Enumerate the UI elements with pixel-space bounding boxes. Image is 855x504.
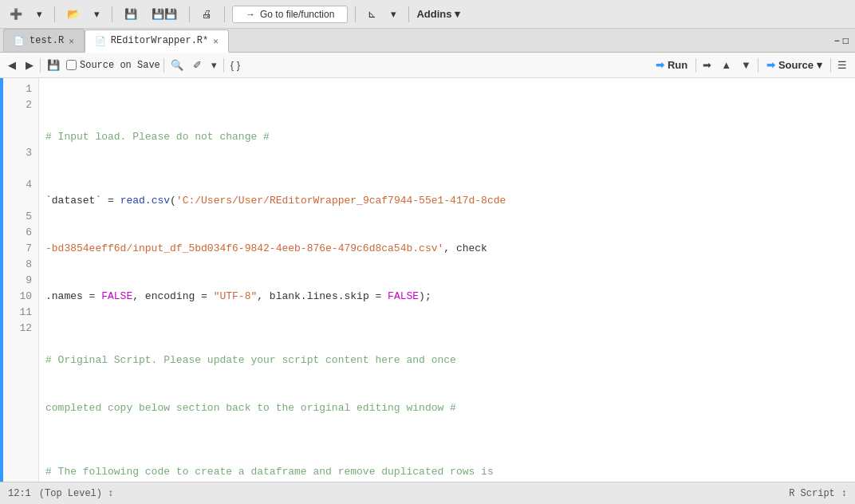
line-num-3b: [10, 161, 32, 177]
tab-r-icon-1: 📄: [14, 36, 25, 46]
grid-view-button[interactable]: ⊾: [363, 6, 381, 22]
tab-maximize-controls: − □: [834, 35, 855, 46]
line-num-1: 1: [10, 81, 32, 97]
addins-dropdown-icon: ▾: [455, 8, 460, 20]
run-button[interactable]: ➡ Run: [651, 57, 692, 73]
new-file-button[interactable]: ➕: [5, 6, 27, 22]
etb-separator-4: [695, 58, 696, 73]
code-line-2c: .names = FALSE, encoding = "UTF-8", blan…: [45, 289, 849, 305]
line-num-5: 5: [10, 209, 32, 225]
code-line-1: # Input load. Please do not change #: [45, 129, 849, 145]
editor-area: 1 2 3 4 5 6 7 8 9 10 11 12 # Input load.…: [0, 78, 855, 482]
line-num-7: 7: [10, 241, 32, 257]
code-level[interactable]: (Top Level) ↕: [39, 488, 114, 499]
code-line-2: `dataset` = read.csv('C:/Users/User/REdi…: [45, 193, 849, 209]
code-line-3b: completed copy below section back to the…: [45, 400, 849, 416]
source-dropdown-icon: ▾: [817, 59, 822, 71]
code-button[interactable]: { }: [227, 57, 243, 73]
go-to-file-label: Go to file/function: [260, 9, 334, 20]
etb-dropdown-button[interactable]: ▾: [208, 57, 220, 73]
down-button[interactable]: ▼: [738, 57, 755, 73]
tab-reditor-wrapper[interactable]: 📄 REditorWrapper.R* ✕: [85, 30, 229, 53]
source-label: Source: [778, 59, 814, 71]
code-line-2b: -bd3854eeff6d/input_df_5bd034f6-9842-4ee…: [45, 241, 849, 257]
file-type-dropdown-icon: ↕: [841, 488, 847, 499]
etb-separator-2: [164, 58, 164, 73]
code-line-3: # Original Script. Please update your sc…: [45, 352, 849, 368]
editor-wrapper: 1 2 3 4 5 6 7 8 9 10 11 12 # Input load.…: [3, 78, 855, 482]
source-on-save-text: Source on Save: [80, 60, 160, 71]
editor-toolbar-right: ➡ Run ➡ ▲ ▼ ➡ Source ▾ ☰: [651, 57, 850, 73]
run-label: Run: [668, 59, 688, 71]
level-dropdown-icon: ↕: [108, 488, 113, 499]
line-num-4: 4: [10, 177, 32, 193]
run-arrow-icon: ➡: [656, 59, 664, 71]
tab-test-r-label: test.R: [30, 35, 64, 46]
tab-r-icon-2: 📄: [95, 36, 106, 46]
save-file-button[interactable]: 💾: [44, 57, 63, 73]
tab-bar: 📄 test.R ✕ 📄 REditorWrapper.R* ✕ − □: [0, 29, 855, 53]
line-num-10: 10: [10, 289, 32, 305]
etb-separator-1: [40, 58, 41, 73]
etb-separator-3: [223, 58, 224, 73]
line-num-2: 2: [10, 97, 32, 113]
print-button[interactable]: 🖨: [197, 6, 217, 22]
minimize-button[interactable]: −: [834, 35, 840, 46]
back-button[interactable]: ◀: [5, 57, 19, 73]
separator-2: [112, 6, 112, 22]
forward-button[interactable]: ▶: [22, 57, 37, 73]
separator-6: [408, 6, 409, 22]
tab-reditor-wrapper-close[interactable]: ✕: [213, 36, 219, 46]
save-button[interactable]: 💾: [120, 6, 142, 22]
line-numbers: 1 2 3 4 5 6 7 8 9 10 11 12: [3, 78, 39, 482]
line-num-3: 3: [10, 145, 32, 161]
separator-1: [54, 6, 55, 22]
save-all-button[interactable]: 💾💾: [147, 6, 182, 22]
etb-separator-5: [758, 58, 758, 73]
file-type: R Script: [789, 488, 835, 499]
line-num-2b: [10, 113, 32, 129]
code-level-text: (Top Level): [39, 488, 102, 499]
open-dropdown-button[interactable]: ▾: [89, 6, 104, 22]
line-num-6: 6: [10, 225, 32, 241]
line-num-4b: [10, 193, 32, 209]
search-button[interactable]: 🔍: [167, 57, 187, 73]
line-num-8: 8: [10, 257, 32, 273]
re-run-button[interactable]: ➡: [699, 57, 715, 73]
line-num-2c: [10, 129, 32, 145]
addins-button[interactable]: Addins ▾: [416, 8, 460, 20]
line-num-11: 11: [10, 305, 32, 321]
spellcheck-button[interactable]: ✐: [190, 57, 205, 73]
top-toolbar: ➕ ▾ 📂 ▾ 💾 💾💾 🖨 → Go to file/function ⊾ ▾…: [0, 0, 855, 29]
separator-4: [224, 6, 225, 22]
line-num-12: 12: [10, 321, 32, 337]
code-editor[interactable]: # Input load. Please do not change # `da…: [39, 78, 855, 482]
maximize-button[interactable]: □: [843, 35, 849, 46]
source-on-save-label[interactable]: Source on Save: [66, 60, 160, 71]
separator-3: [189, 6, 190, 22]
source-on-save-checkbox[interactable]: [66, 60, 77, 70]
editor-toolbar: ◀ ▶ 💾 Source on Save 🔍 ✐ ▾ { } ➡ Run ➡ ▲…: [0, 53, 855, 78]
go-to-file-button[interactable]: → Go to file/function: [232, 6, 348, 23]
status-bar: 12:1 (Top Level) ↕ R Script ↕: [0, 482, 855, 504]
cursor-position: 12:1: [8, 488, 31, 499]
addins-label: Addins: [416, 8, 451, 20]
separator-5: [355, 6, 356, 22]
menu-button[interactable]: ☰: [834, 57, 850, 73]
arrow-right-icon: →: [246, 9, 255, 20]
tab-test-r[interactable]: 📄 test.R ✕: [3, 29, 85, 52]
editor-toolbar-left: ◀ ▶ 💾 Source on Save 🔍 ✐ ▾ { }: [5, 57, 648, 73]
source-button[interactable]: ➡ Source ▾: [762, 57, 827, 73]
up-button[interactable]: ▲: [718, 57, 735, 73]
dropdown-button[interactable]: ▾: [32, 6, 47, 22]
code-line-4: # The following code to create a datafra…: [45, 464, 849, 480]
etb-separator-6: [830, 58, 831, 73]
line-num-9: 9: [10, 273, 32, 289]
open-file-button[interactable]: 📂: [62, 6, 85, 22]
source-arrow-icon: ➡: [766, 59, 775, 71]
grid-dropdown-button[interactable]: ▾: [386, 6, 401, 22]
tab-test-r-close[interactable]: ✕: [69, 36, 74, 46]
tab-reditor-wrapper-label: REditorWrapper.R*: [111, 35, 208, 46]
status-bar-right: R Script ↕: [789, 488, 847, 499]
